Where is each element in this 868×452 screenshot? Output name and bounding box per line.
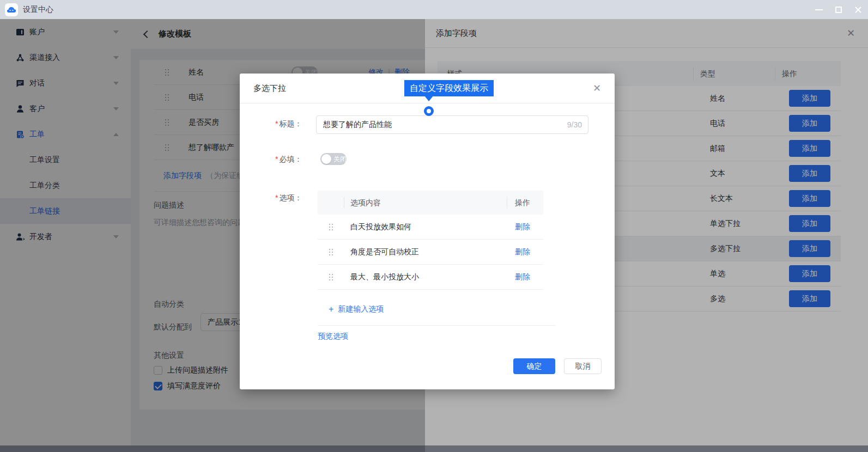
window-controls <box>809 0 868 19</box>
guide-tooltip: 自定义字段效果展示 <box>404 80 494 96</box>
option-row: 最大、最小投放大小 删除 <box>318 265 543 290</box>
settings-center-window: 设置中心 账户 渠道接入 <box>0 0 868 452</box>
option-row: 白天投放效果如何 删除 <box>318 215 543 240</box>
guide-tooltip-text: 自定义字段效果展示 <box>410 83 488 94</box>
app-title: 设置中心 <box>23 5 53 15</box>
maximize-icon <box>835 7 842 13</box>
title-input-wrap: 9/30 <box>316 115 588 134</box>
option-text: 最大、最小投放大小 <box>344 272 507 282</box>
close-window-button[interactable] <box>848 0 868 19</box>
option-text: 角度是否可自动校正 <box>344 247 507 257</box>
required-field-label: *必填： <box>275 155 302 164</box>
new-option-link[interactable]: + 新建输入选项 <box>329 302 384 316</box>
title-input[interactable] <box>316 115 588 134</box>
option-action-column-header: 操作 <box>507 197 543 209</box>
multi-select-dropdown-dialog: 多选下拉 ✕ *标题： 9/30 *必填： 关闭 *选项： <box>240 74 615 389</box>
delete-option-link[interactable]: 删除 <box>515 222 530 231</box>
required-mark: * <box>275 155 278 163</box>
confirm-button[interactable]: 确定 <box>513 358 555 374</box>
app-logo-icon <box>5 3 18 16</box>
options-table-header: 选项内容 操作 <box>318 191 543 215</box>
option-text: 白天投放效果如何 <box>344 222 507 232</box>
close-icon <box>854 6 862 14</box>
delete-option-link[interactable]: 删除 <box>515 272 530 281</box>
options-field-label: *选项： <box>275 193 302 203</box>
plus-icon: + <box>329 304 333 314</box>
minimize-icon <box>815 9 823 10</box>
minimize-button[interactable] <box>809 0 829 19</box>
title-field-label: *标题： <box>275 119 302 129</box>
toggle-state-label: 关闭 <box>333 155 347 164</box>
handle-column-header <box>318 197 344 209</box>
preview-options-link[interactable]: 预览选项 <box>318 332 348 341</box>
titlebar: 设置中心 <box>0 0 868 19</box>
cancel-button[interactable]: 取消 <box>564 358 602 374</box>
drag-handle-icon[interactable] <box>329 224 333 230</box>
guide-anchor-dot <box>424 106 434 116</box>
maximize-button[interactable] <box>829 0 848 19</box>
toggle-knob <box>321 154 331 164</box>
new-option-label: 新建输入选项 <box>338 304 384 314</box>
drag-handle-icon[interactable] <box>329 274 333 280</box>
options-table: 选项内容 操作 白天投放效果如何 删除 角度是否可自动校正 删除 最大、最小投放… <box>318 191 543 290</box>
char-counter: 9/30 <box>567 115 582 134</box>
drag-handle-icon[interactable] <box>329 249 333 255</box>
close-dialog-icon[interactable]: ✕ <box>593 83 601 93</box>
required-mark: * <box>275 193 278 202</box>
option-content-column-header: 选项内容 <box>344 197 507 209</box>
tooltip-arrow-icon <box>424 96 433 101</box>
dialog-title: 多选下拉 <box>253 83 286 94</box>
dialog-footer: 确定 取消 <box>513 358 602 374</box>
delete-option-link[interactable]: 删除 <box>515 247 530 256</box>
workspace: 账户 渠道接入 对话 客户 <box>0 19 868 452</box>
divider <box>318 325 556 326</box>
required-mark: * <box>275 119 278 128</box>
required-toggle[interactable]: 关闭 <box>320 153 347 165</box>
option-row: 角度是否可自动校正 删除 <box>318 240 543 265</box>
